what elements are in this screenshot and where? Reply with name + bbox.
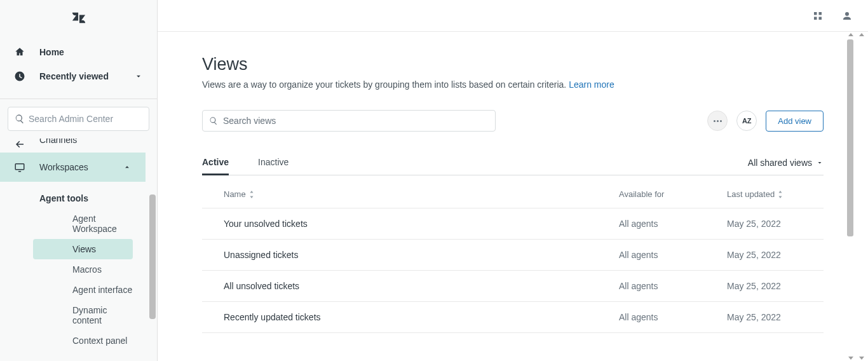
filter-label: All shared views — [748, 158, 812, 168]
profile-icon[interactable] — [841, 10, 853, 22]
cell-available-for: All agents — [619, 281, 727, 291]
page-desc-text: Views are a way to organize your tickets… — [202, 79, 569, 90]
views-table: Name Available for Last updated Your uns… — [202, 189, 824, 333]
apps-grid-icon[interactable] — [812, 10, 824, 22]
search-views-box[interactable] — [202, 110, 496, 132]
sort-az-button[interactable]: AZ — [736, 111, 757, 131]
tab-inactive[interactable]: Inactive — [258, 157, 288, 175]
nav-home[interactable]: Home — [0, 40, 157, 64]
cell-available-for: All agents — [619, 312, 727, 322]
sidebar-section-label: Workspaces — [39, 162, 88, 172]
table-row[interactable]: All unsolved ticketsAll agentsMay 25, 20… — [202, 271, 824, 302]
nav-home-label: Home — [39, 47, 64, 57]
sidebar-group-title: Agent tools — [0, 182, 157, 208]
monitor-icon — [14, 161, 25, 173]
topbar — [158, 0, 868, 32]
content-scrollbars — [846, 32, 868, 361]
sidebar-section-workspaces[interactable]: Workspaces — [0, 153, 146, 182]
svg-rect-0 — [15, 164, 24, 170]
zendesk-logo-icon — [71, 10, 86, 25]
tab-active[interactable]: Active — [202, 157, 229, 175]
sidebar-item-macros[interactable]: Macros — [33, 259, 133, 280]
cell-last-updated: May 25, 2022 — [727, 312, 824, 322]
cell-name: All unsolved tickets — [202, 281, 619, 291]
logo-row — [0, 0, 157, 35]
cell-last-updated: May 25, 2022 — [727, 219, 824, 229]
primary-nav: Home Recently viewed — [0, 35, 157, 99]
views-toolbar: AZ Add view — [202, 110, 824, 132]
search-icon — [209, 116, 218, 125]
table-row[interactable]: Unassigned ticketsAll agentsMay 25, 2022 — [202, 240, 824, 271]
sidebar-item-channels[interactable]: Channels — [0, 139, 157, 153]
sort-icon — [248, 191, 255, 198]
cell-available-for: All agents — [619, 219, 727, 229]
sidebar-search-input[interactable] — [29, 114, 142, 124]
clock-icon — [14, 71, 25, 82]
cell-name: Unassigned tickets — [202, 250, 619, 260]
chevron-down-icon — [134, 72, 143, 81]
inner-scrollbar[interactable] — [846, 32, 857, 361]
scroll-up-icon[interactable] — [859, 33, 864, 36]
search-views-input[interactable] — [223, 116, 489, 126]
sidebar-search-wrap — [0, 99, 157, 139]
arrow-left-icon — [14, 139, 25, 150]
main: Views Views are a way to organize your t… — [158, 0, 868, 361]
sidebar-item-agent-workspace[interactable]: Agent Workspace — [33, 208, 133, 239]
page-description: Views are a way to organize your tickets… — [202, 79, 824, 90]
sidebar-scroll: Channels Workspaces Agent tools Agent Wo… — [0, 139, 157, 361]
table-row[interactable]: Your unsolved ticketsAll agentsMay 25, 2… — [202, 208, 824, 240]
cell-available-for: All agents — [619, 250, 727, 260]
sidebar: Home Recently viewed Channels Workspaces — [0, 0, 158, 361]
cell-last-updated: May 25, 2022 — [727, 281, 824, 291]
scroll-down-icon[interactable] — [859, 357, 864, 360]
th-name[interactable]: Name — [202, 189, 619, 199]
home-icon — [14, 46, 25, 58]
table-header: Name Available for Last updated — [202, 189, 824, 208]
sidebar-item-views[interactable]: Views — [33, 239, 133, 259]
az-label: AZ — [742, 117, 752, 125]
add-view-button[interactable]: Add view — [766, 111, 824, 132]
sidebar-bottom-truncated[interactable] — [0, 351, 157, 361]
th-last-updated[interactable]: Last updated — [727, 189, 824, 199]
nav-recent-label: Recently viewed — [39, 71, 109, 81]
nav-recent[interactable]: Recently viewed — [0, 64, 157, 88]
sidebar-channels-label: Channels — [39, 139, 77, 145]
more-options-button[interactable] — [707, 111, 728, 131]
sidebar-search[interactable] — [8, 107, 149, 131]
th-available-for: Available for — [619, 189, 727, 199]
cell-name: Your unsolved tickets — [202, 219, 619, 229]
chevron-up-icon — [123, 163, 132, 172]
sidebar-item-dynamic-content[interactable]: Dynamic content — [33, 300, 133, 330]
search-icon — [15, 114, 25, 124]
outer-scrollbar[interactable] — [857, 32, 868, 361]
sidebar-scrollbar-thumb[interactable] — [149, 194, 156, 319]
sidebar-item-context-panel[interactable]: Context panel — [33, 330, 133, 351]
content: Views Views are a way to organize your t… — [158, 32, 868, 361]
tabs-row: ActiveInactive All shared views — [202, 157, 824, 175]
scroll-down-icon[interactable] — [848, 357, 853, 360]
chevron-down-icon — [816, 159, 824, 167]
sidebar-item-agent-interface[interactable]: Agent interface — [33, 280, 133, 300]
scroll-up-icon[interactable] — [848, 33, 853, 36]
scrollbar-thumb[interactable] — [847, 39, 853, 236]
sort-icon — [777, 191, 783, 198]
learn-more-link[interactable]: Learn more — [569, 79, 614, 90]
table-row[interactable]: Recently updated ticketsAll agentsMay 25… — [202, 302, 824, 333]
cell-name: Recently updated tickets — [202, 312, 619, 322]
page-title: Views — [202, 55, 824, 74]
filter-dropdown[interactable]: All shared views — [748, 158, 824, 174]
cell-last-updated: May 25, 2022 — [727, 250, 824, 260]
ellipsis-icon — [714, 120, 722, 122]
